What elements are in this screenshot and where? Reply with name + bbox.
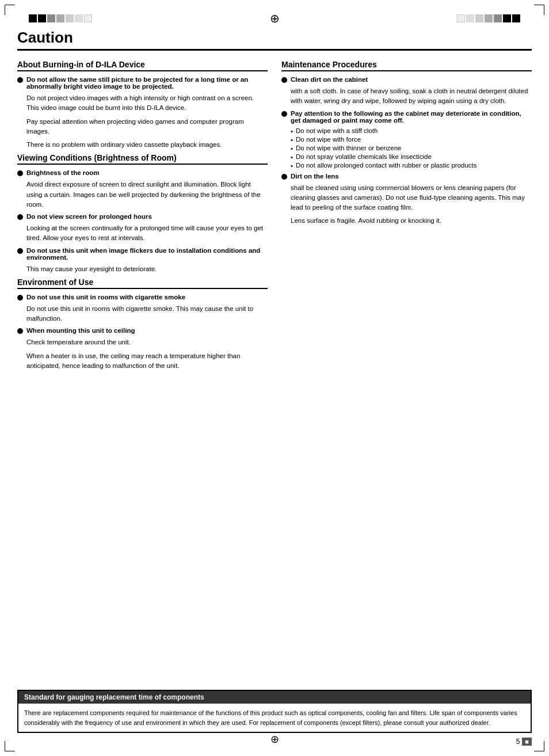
footer-box-title: Standard for gauging replacement time of…	[18, 691, 531, 704]
viewing-bullet-3-text: Do not use this unit when image flickers…	[26, 247, 268, 261]
bullet-dot	[281, 77, 287, 83]
viewing-title: Viewing Conditions (Brightness of Room)	[17, 153, 268, 165]
bullet-dot	[17, 295, 23, 301]
page-number-area: 5 ■	[516, 738, 532, 746]
maint-bullet-3-bold: Dirt on the lens	[291, 173, 339, 180]
viewing-bullet-1-text: Brightness of the room	[26, 169, 268, 176]
sub-bullet-4: • Do not spray volatile chemicals like i…	[291, 153, 532, 161]
burning-bullet-1-text: Do not allow the same still picture to b…	[26, 76, 268, 90]
env-bullet-1: Do not use this unit in rooms with cigar…	[17, 294, 268, 301]
bullet-dot	[281, 111, 287, 117]
bullet-dot	[17, 170, 23, 176]
viewing-bullet-1-bold: Brightness of the room	[26, 169, 100, 176]
corner-mark-tl	[5, 5, 15, 15]
maint-lens-para-2: Lens surface is fragile. Avoid rubbing o…	[291, 216, 532, 226]
maint-bullet-1-bold: Clean dirt on the cabinet	[291, 76, 368, 83]
page-number-box: ■	[522, 738, 532, 746]
maint-lens-para-1: shall be cleaned using using commercial …	[291, 183, 532, 213]
maintenance-title: Maintenance Procedures	[281, 60, 532, 71]
maint-bullet-3-text: Dirt on the lens	[291, 173, 532, 180]
env-para-1: Do not use this unit in rooms with cigar…	[26, 304, 268, 324]
bullet-dot	[17, 328, 23, 334]
env-bullet-2-text: When mounting this unit to ceiling	[26, 327, 268, 334]
viewing-bullet-3-bold: Do not use this unit when image flickers…	[26, 247, 260, 261]
maint-sub-bullets: • Do not wipe with a stiff cloth • Do no…	[291, 127, 532, 169]
left-column: About Burning-in of D-ILA Device Do not …	[17, 60, 268, 374]
sub-bullet-dot: •	[291, 162, 293, 169]
env-bullet-2: When mounting this unit to ceiling	[17, 327, 268, 334]
burning-in-title: About Burning-in of D-ILA Device	[17, 60, 268, 71]
viewing-para-1: Avoid direct exposure of screen to direc…	[26, 180, 268, 210]
env-bullet-1-text: Do not use this unit in rooms with cigar…	[26, 294, 268, 301]
page-number: 5	[516, 738, 520, 746]
bullet-dot	[281, 174, 287, 180]
maint-bullet-1: Clean dirt on the cabinet	[281, 76, 532, 83]
sub-bullet-dot: •	[291, 136, 293, 143]
section-burning-in: About Burning-in of D-ILA Device Do not …	[17, 60, 268, 150]
env-para-3: When a heater is in use, the ceiling may…	[26, 351, 268, 371]
burning-para-1: Do not project video images with a high …	[26, 93, 268, 113]
corner-mark-bl	[5, 741, 15, 751]
sub-bullet-dot: •	[291, 128, 293, 135]
maint-para-1: with a soft cloth. In case of heavy soil…	[291, 86, 532, 107]
footer-box-body: There are replacement components require…	[18, 704, 531, 732]
env-bullet-1-bold: Do not use this unit in rooms with cigar…	[26, 294, 185, 301]
env-para-2: Check temperature around the unit.	[26, 337, 268, 347]
sub-bullet-1-text: Do not wipe with a stiff cloth	[296, 127, 378, 134]
bottom-crosshair: ⊕	[270, 733, 279, 746]
main-content: About Burning-in of D-ILA Device Do not …	[17, 60, 532, 374]
top-bar-right	[457, 14, 520, 22]
viewing-bullet-1: Brightness of the room	[17, 169, 268, 176]
corner-mark-br	[534, 741, 544, 751]
maint-bullet-2-text: Pay attention to the following as the ca…	[291, 110, 532, 124]
burning-bullet-1-bold: Do not allow the same still picture to b…	[26, 76, 248, 90]
burning-para-2: Pay special attention when projecting vi…	[26, 117, 268, 137]
sub-bullet-4-text: Do not spray volatile chemicals like ins…	[296, 153, 432, 160]
burning-bullet-1: Do not allow the same still picture to b…	[17, 76, 268, 90]
sub-bullet-2: • Do not wipe with force	[291, 136, 532, 143]
section-viewing: Viewing Conditions (Brightness of Room) …	[17, 153, 268, 274]
viewing-para-3: This may cause your eyesight to deterior…	[26, 264, 268, 274]
viewing-para-2: Looking at the screen continually for a …	[26, 223, 268, 244]
maint-bullet-2: Pay attention to the following as the ca…	[281, 110, 532, 124]
sub-bullet-dot: •	[291, 154, 293, 161]
env-bullet-2-bold: When mounting this unit to ceiling	[26, 327, 135, 334]
footer-box: Standard for gauging replacement time of…	[17, 690, 532, 733]
sub-bullet-dot: •	[291, 145, 293, 152]
page-title: Caution	[17, 29, 532, 51]
bullet-dot	[17, 214, 23, 220]
corner-mark-tr	[534, 5, 544, 15]
section-maintenance: Maintenance Procedures Clean dirt on the…	[281, 60, 532, 226]
maint-bullet-2-bold: Pay attention to the following as the ca…	[291, 110, 521, 124]
sub-bullet-2-text: Do not wipe with force	[296, 136, 361, 143]
viewing-bullet-3: Do not use this unit when image flickers…	[17, 247, 268, 261]
sub-bullet-5: • Do not allow prolonged contact with ru…	[291, 162, 532, 169]
viewing-bullet-2-text: Do not view screen for prolonged hours	[26, 213, 268, 220]
viewing-bullet-2-bold: Do not view screen for prolonged hours	[26, 213, 152, 220]
section-environment: Environment of Use Do not use this unit …	[17, 278, 268, 371]
maint-bullet-3: Dirt on the lens	[281, 173, 532, 180]
sub-bullet-5-text: Do not allow prolonged contact with rubb…	[296, 162, 477, 169]
top-bar-left	[29, 14, 92, 22]
maint-bullet-1-text: Clean dirt on the cabinet	[291, 76, 532, 83]
viewing-bullet-2: Do not view screen for prolonged hours	[17, 213, 268, 220]
sub-bullet-3-text: Do not wipe with thinner or benzene	[296, 145, 401, 151]
sub-bullet-1: • Do not wipe with a stiff cloth	[291, 127, 532, 135]
environment-title: Environment of Use	[17, 278, 268, 289]
bullet-dot	[17, 77, 23, 83]
sub-bullet-3: • Do not wipe with thinner or benzene	[291, 145, 532, 152]
page: ⊕ Caution About Burning-in of D-ILA Devi…	[0, 0, 549, 756]
bullet-dot	[17, 248, 23, 254]
burning-para-3: There is no problem with ordinary video …	[26, 140, 268, 150]
right-column: Maintenance Procedures Clean dirt on the…	[281, 60, 532, 374]
top-crosshair: ⊕	[270, 12, 280, 25]
